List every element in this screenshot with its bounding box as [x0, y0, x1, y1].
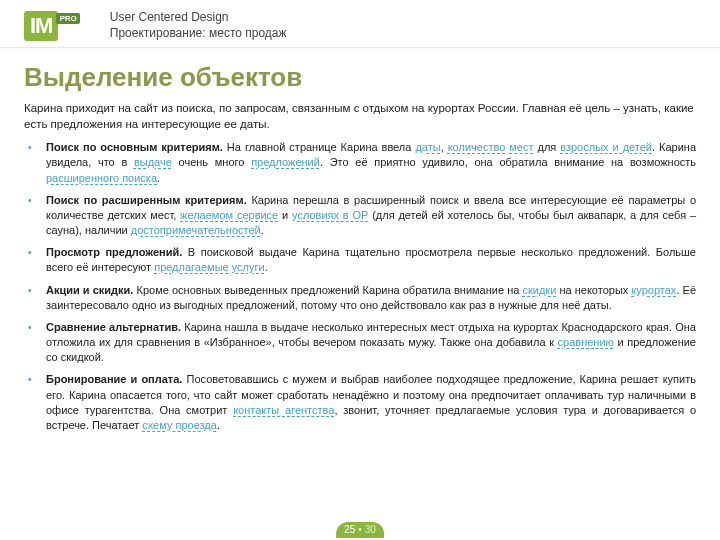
bullet-heading: Поиск по основным критериям. [46, 141, 223, 153]
separator-icon: • [358, 524, 362, 535]
bullet-heading: Бронирование и оплата. [46, 373, 182, 385]
course-subtitle: Проектирование: место продаж [110, 26, 287, 42]
link-service: желаемом сервисе [180, 209, 278, 221]
page-current: 25 [344, 524, 355, 535]
slide-header: IM PRO User Centered Design Проектирован… [0, 0, 720, 48]
list-item: • Поиск по основным критериям. На главно… [28, 140, 696, 186]
list-item: • Бронирование и оплата. Посоветовавшись… [28, 372, 696, 433]
page-counter: 25•30 [336, 522, 384, 538]
bullet-icon: • [28, 284, 46, 313]
list-item: • Сравнение альтернатив. Карина нашла в … [28, 320, 696, 366]
link-compare: сравнению [558, 336, 614, 348]
bullet-icon: • [28, 194, 46, 239]
link-services: предлагаемые услуги [154, 261, 265, 273]
bullet-icon: • [28, 246, 46, 275]
course-title: User Centered Design [110, 10, 287, 26]
bullet-heading: Сравнение альтернатив. [46, 321, 181, 333]
bullet-content: Акции и скидки. Кроме основных выведенны… [46, 283, 696, 313]
link-conditions: условиях в ОР [292, 209, 368, 221]
link-offers: предложений [251, 156, 320, 168]
logo: IM PRO [24, 11, 80, 41]
link-adults-children: взрослых и детей [560, 141, 652, 153]
link-advanced-search: расширенного поиска [46, 172, 157, 184]
bullet-list: • Поиск по основным критериям. На главно… [0, 140, 720, 433]
link-results: выдаче [134, 156, 172, 168]
page-title: Выделение объектов [24, 62, 696, 93]
page-total: 30 [365, 524, 376, 535]
link-quantity: количество [448, 141, 506, 153]
bullet-content: Поиск по основным критериям. На главной … [46, 140, 696, 186]
bullet-heading: Просмотр предложений. [46, 246, 182, 258]
bullet-content: Сравнение альтернатив. Карина нашла в вы… [46, 320, 696, 366]
page-subtitle: Карина приходит на сайт из поиска, по за… [0, 99, 720, 140]
link-seats: мест [509, 141, 533, 153]
bullet-heading: Поиск по расширенным критериям. [46, 194, 247, 206]
bullet-icon: • [28, 373, 46, 433]
bullet-content: Бронирование и оплата. Посоветовавшись с… [46, 372, 696, 433]
list-item: • Акции и скидки. Кроме основных выведен… [28, 283, 696, 313]
link-sights: достопримечательностей [131, 224, 261, 236]
logo-badge: PRO [56, 13, 79, 24]
bullet-content: Поиск по расширенным критериям. Карина п… [46, 193, 696, 239]
link-dates: даты [415, 141, 440, 153]
bullet-content: Просмотр предложений. В поисковой выдаче… [46, 245, 696, 275]
logo-main: IM [24, 11, 58, 41]
link-route: схему проезда [142, 419, 217, 431]
list-item: • Просмотр предложений. В поисковой выда… [28, 245, 696, 275]
link-contacts: контакты агентства [233, 404, 334, 416]
link-discounts: скидки [522, 284, 556, 296]
title-block: Выделение объектов [0, 48, 720, 99]
link-resorts: курортах [631, 284, 676, 296]
header-text: User Centered Design Проектирование: мес… [110, 10, 287, 41]
bullet-icon: • [28, 321, 46, 366]
bullet-heading: Акции и скидки. [46, 284, 133, 296]
bullet-icon: • [28, 141, 46, 186]
list-item: • Поиск по расширенным критериям. Карина… [28, 193, 696, 239]
